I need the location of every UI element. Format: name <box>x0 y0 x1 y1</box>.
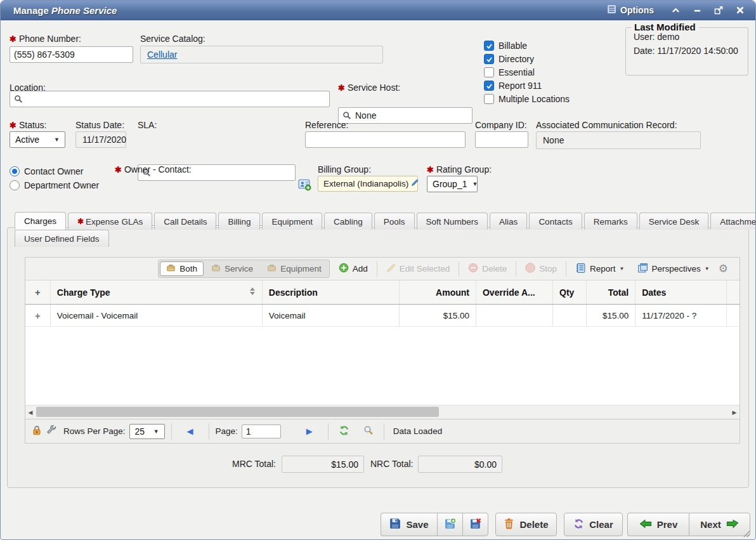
billing-group-label: Billing Group: <box>318 164 371 175</box>
table-row[interactable]: + Voicemail - Voicemail Voicemail $15.00… <box>25 305 740 327</box>
edit-selected-button[interactable]: Edit Selected <box>382 261 454 277</box>
tab-cabling[interactable]: Cabling <box>324 213 372 230</box>
tab-remarks[interactable]: Remarks <box>584 213 637 230</box>
search-rows-icon[interactable] <box>360 425 377 437</box>
rating-group-select[interactable]: Group_1▼ <box>427 176 478 192</box>
resize-handle[interactable] <box>741 529 750 540</box>
service-host-search[interactable] <box>338 107 472 124</box>
add-button[interactable]: Add <box>335 261 372 277</box>
perspectives-button[interactable]: Perspectives ▼ <box>634 261 714 277</box>
close-icon[interactable] <box>734 4 746 16</box>
tab-expense-glas[interactable]: ✱Expense GLAs <box>68 213 152 230</box>
service-catalog-link[interactable]: Cellular <box>147 49 177 60</box>
toggle-service-button[interactable]: Service <box>205 261 259 276</box>
minimize-icon[interactable] <box>691 4 703 16</box>
col-description[interactable]: Description <box>263 280 400 304</box>
directory-checkbox[interactable]: Directory <box>484 54 534 64</box>
status-date-label: Status Date: <box>75 120 124 130</box>
col-qty[interactable]: Qty <box>553 280 587 304</box>
scroll-right-icon[interactable]: ▶ <box>729 409 740 416</box>
save-button-group: Save <box>381 513 488 536</box>
options-button[interactable]: Options <box>607 4 654 16</box>
prev-button[interactable]: Prev <box>627 513 689 536</box>
report-911-checkbox[interactable]: Report 911 <box>484 81 542 91</box>
tab-user-defined-fields[interactable]: User Defined Fields <box>15 230 109 247</box>
tab-contacts[interactable]: Contacts <box>529 213 582 230</box>
contact-owner-radio[interactable]: Contact Owner <box>10 166 83 176</box>
collapse-icon[interactable] <box>669 4 682 16</box>
chevron-down-icon: ▼ <box>620 266 625 272</box>
sort-icon[interactable] <box>249 287 256 298</box>
scroll-left-icon[interactable]: ◀ <box>25 409 36 416</box>
scrollbar-thumb[interactable] <box>36 407 439 417</box>
tab-call-details[interactable]: Call Details <box>154 213 216 230</box>
col-amount[interactable]: Amount <box>400 280 476 304</box>
gear-icon[interactable]: ⚙ <box>719 262 728 275</box>
tab-attachments[interactable]: Attachments <box>710 213 756 230</box>
toolbar-separator <box>377 261 377 277</box>
radio-selected-icon <box>10 166 20 176</box>
save-x-button[interactable] <box>462 513 488 536</box>
save-button[interactable]: Save <box>381 513 437 536</box>
tab-alias[interactable]: Alias <box>490 213 527 230</box>
toggle-both-button[interactable]: Both <box>160 261 204 276</box>
billable-checkbox[interactable]: Billable <box>484 41 527 51</box>
grid-empty-area <box>25 327 740 405</box>
phone-number-field[interactable] <box>10 46 133 63</box>
add-icon <box>339 263 349 275</box>
chevron-down-icon: ▼ <box>153 428 159 435</box>
col-total[interactable]: Total <box>587 280 635 304</box>
nrc-total-field: $0.00 <box>418 456 502 473</box>
tab-pools[interactable]: Pools <box>374 213 415 230</box>
add-contact-icon[interactable] <box>298 178 311 194</box>
stop-button[interactable]: Stop <box>521 261 561 277</box>
horizontal-scrollbar[interactable]: ◀ ▶ <box>25 405 740 419</box>
last-modified-user: User: demo <box>634 32 748 42</box>
sla-label: SLA: <box>138 120 157 130</box>
location-search[interactable] <box>10 91 330 107</box>
row-expand-icon[interactable]: + <box>25 305 51 326</box>
col-dates[interactable]: Dates <box>635 280 727 304</box>
status-select[interactable]: Active▼ <box>10 131 65 148</box>
pager-status: Data Loaded <box>393 426 442 436</box>
tab-service-desk[interactable]: Service Desk <box>639 213 709 230</box>
rows-per-page-select[interactable]: 25▼ <box>129 424 165 439</box>
prev-page-icon[interactable]: ◀ <box>178 426 202 436</box>
refresh-icon[interactable] <box>335 425 353 438</box>
lock-icon[interactable] <box>32 425 42 437</box>
wrench-icon[interactable] <box>47 425 57 437</box>
save-x-icon <box>470 518 481 531</box>
col-charge-type[interactable]: Charge Type <box>51 280 263 304</box>
pager-separator <box>171 423 172 440</box>
toggle-equipment-button[interactable]: Equipment <box>261 261 328 276</box>
nrc-total-label: NRC Total: <box>370 459 413 469</box>
col-override-amount[interactable]: Override A... <box>476 280 553 304</box>
delete-button[interactable]: Delete <box>495 513 557 536</box>
row-gutter <box>727 305 740 326</box>
tab-billing[interactable]: Billing <box>218 213 260 230</box>
tab-equipment[interactable]: Equipment <box>262 213 322 230</box>
save-plus-button[interactable] <box>437 513 462 536</box>
delete-row-button[interactable]: Delete <box>464 261 511 277</box>
edit-pencil-icon[interactable] <box>411 179 419 188</box>
window-title: Manage Phone Service <box>13 5 117 16</box>
clear-button[interactable]: Clear <box>564 513 623 536</box>
report-button[interactable]: Report ▼ <box>571 261 628 277</box>
company-id-field[interactable] <box>475 131 528 148</box>
popout-icon[interactable] <box>712 4 725 16</box>
tab-charges[interactable]: Charges <box>15 212 66 230</box>
expand-all-header[interactable]: + <box>25 280 51 304</box>
department-owner-radio[interactable]: Department Owner <box>10 180 99 190</box>
mrc-total-label: MRC Total: <box>232 459 276 469</box>
essential-checkbox[interactable]: Essential <box>484 67 535 77</box>
reference-field[interactable] <box>305 131 466 148</box>
next-page-icon[interactable]: ▶ <box>297 426 322 436</box>
page-input[interactable] <box>242 425 281 438</box>
tab-soft-numbers[interactable]: Soft Numbers <box>417 213 488 230</box>
chevron-down-icon: ▼ <box>705 266 710 272</box>
service-host-label: ✱Service Host: <box>338 82 400 93</box>
cell-dates: 11/17/2020 - ? <box>635 305 727 326</box>
billing-group-field: External (Indianapolis) <box>318 176 418 192</box>
multiple-locations-checkbox[interactable]: Multiple Locations <box>484 94 570 104</box>
checkbox-checked-icon <box>484 54 494 64</box>
